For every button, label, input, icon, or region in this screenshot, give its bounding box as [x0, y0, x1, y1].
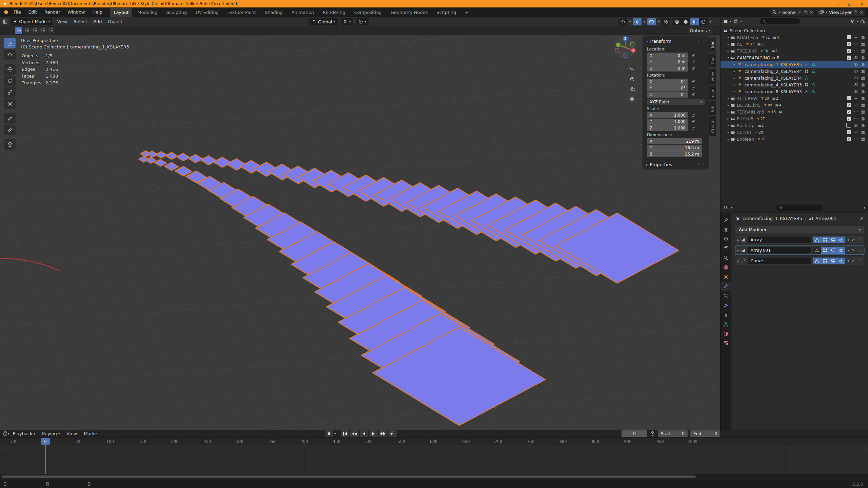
properties-tab-particles[interactable]	[721, 291, 731, 301]
timeline-ruler[interactable]: -505010015020025030035040045050055060065…	[0, 438, 868, 445]
sidebar-tab-item[interactable]: Item	[709, 37, 716, 53]
timeline-menu-marker[interactable]: Marker	[84, 431, 99, 436]
expand-arrow-icon[interactable]: ▸	[726, 110, 731, 114]
viewport-menu-add[interactable]: Add	[93, 19, 102, 24]
outliner-row[interactable]: ▸PHY.kn527✓	[721, 115, 868, 122]
visibility-dropdown[interactable]	[618, 18, 627, 25]
sidebar-tab-view[interactable]: View	[709, 69, 716, 84]
toggle-render-button[interactable]	[837, 237, 845, 243]
scale-x-field[interactable]: X1.000	[647, 112, 688, 118]
include-checkbox[interactable]: ✓	[847, 96, 851, 100]
dimensions-y-field[interactable]: Y16.3 m	[647, 145, 702, 151]
expand-arrow-icon[interactable]: ▸	[726, 124, 731, 127]
modifier-row[interactable]: ▸Curve▾	[735, 257, 864, 265]
toggle-edit-mode-button[interactable]	[813, 247, 821, 254]
stopwatch-icon[interactable]	[650, 431, 655, 436]
timeline-menu-view[interactable]: View	[66, 431, 77, 436]
region-collapse-icon[interactable]: ‹	[865, 446, 867, 450]
eye-closed-icon[interactable]	[853, 35, 858, 40]
tool-measure-button[interactable]	[4, 125, 16, 135]
rotation-mode-dropdown[interactable]: XYZ Euler ▾	[647, 99, 705, 105]
properties-tab-output[interactable]	[721, 234, 731, 244]
frame-end-field[interactable]: End 0	[690, 430, 720, 437]
tool-annotate-button[interactable]	[4, 113, 16, 124]
expand-arrow-icon[interactable]: ▸	[737, 259, 739, 263]
sidebar-tab-edit[interactable]: Edit	[709, 101, 716, 115]
properties-search-input[interactable]	[776, 205, 822, 211]
camera-visibility-icon[interactable]	[861, 69, 865, 74]
outliner-row[interactable]: ▸Boolean15✓	[721, 136, 868, 142]
properties-tab-object[interactable]	[721, 272, 731, 282]
include-checkbox[interactable]: ✓	[847, 103, 851, 107]
properties-tab-texture[interactable]	[721, 339, 731, 348]
extras-dropdown-icon[interactable]: ▾	[847, 238, 849, 242]
playhead[interactable]: 0	[41, 438, 50, 445]
add-workspace-button[interactable]: +	[461, 8, 472, 17]
expand-arrow-icon[interactable]: ▸	[732, 90, 737, 93]
tool-cursor-button[interactable]	[4, 49, 16, 60]
mode-dropdown[interactable]: Object Mode ▾	[11, 18, 52, 25]
expand-arrow-icon[interactable]: ▸	[737, 249, 739, 252]
outliner-row[interactable]: ▸camerafacing_8_KSLAYER3	[721, 88, 868, 95]
tab-geometry-nodes[interactable]: Geometry Nodes	[387, 8, 432, 17]
outliner-row[interactable]: ▸Back-Up2	[721, 122, 868, 129]
modifier-row[interactable]: ▸Array.001▾	[735, 246, 864, 255]
lock-open-icon[interactable]	[691, 66, 695, 70]
lock-open-icon[interactable]	[691, 113, 695, 117]
current-frame-field[interactable]: 0	[622, 430, 647, 437]
remove-icon[interactable]: ✕	[860, 10, 863, 15]
camera-visibility-icon[interactable]	[861, 89, 865, 94]
viewport-menu-view[interactable]: View	[57, 19, 67, 24]
tool-rotate-button[interactable]	[4, 76, 16, 86]
jump-to-end-button[interactable]	[388, 430, 397, 437]
location-x-field[interactable]: X0 m	[647, 53, 688, 59]
pin-icon[interactable]	[797, 10, 802, 15]
location-z-field[interactable]: Z0 m	[647, 65, 688, 72]
next-keyframe-button[interactable]	[379, 430, 387, 437]
lock-open-icon[interactable]	[691, 126, 695, 130]
auto-key-record-button[interactable]	[325, 430, 333, 437]
camera-visibility-icon[interactable]	[861, 123, 865, 128]
tool-scale-button[interactable]	[4, 87, 16, 98]
editor-type-icon[interactable]	[723, 19, 728, 24]
sidebar-tab-osm[interactable]: osm	[709, 85, 716, 100]
camera-visibility-icon[interactable]	[861, 42, 865, 46]
snapping-dropdown[interactable]: ▾	[340, 18, 353, 25]
include-checkbox[interactable]: ✓	[847, 35, 851, 39]
toggle-on-cage-button[interactable]	[821, 247, 829, 254]
camera-visibility-icon[interactable]	[861, 82, 865, 87]
toggle-on-cage-button[interactable]	[821, 258, 829, 264]
tool-move-button[interactable]	[4, 64, 16, 75]
xray-toggle[interactable]	[662, 18, 670, 25]
include-checkbox[interactable]	[846, 123, 851, 128]
location-y-field[interactable]: Y0 m	[647, 59, 688, 65]
camera-visibility-icon[interactable]	[861, 48, 865, 53]
sidebar-tab-create[interactable]: Create	[709, 116, 716, 136]
previous-keyframe-button[interactable]	[350, 430, 359, 437]
collapse-arrow-icon[interactable]: ▾	[646, 40, 648, 43]
camera-visibility-icon[interactable]	[861, 137, 865, 141]
outliner-row[interactable]: ▸camerafacing_3_KSLAYER4	[721, 75, 868, 81]
scale-y-field[interactable]: Y1.000	[647, 119, 688, 125]
lock-open-icon[interactable]	[691, 93, 695, 97]
remove-modifier-icon[interactable]	[851, 248, 855, 252]
ortho-grid-icon[interactable]	[629, 96, 635, 102]
editor-type-icon[interactable]	[723, 205, 728, 210]
expand-arrow-icon[interactable]: ▸	[726, 49, 731, 53]
eye-open-icon[interactable]	[853, 55, 858, 60]
tab-texture-paint[interactable]: Texture Paint	[224, 8, 260, 17]
dimensions-z-field[interactable]: Z15.2 m	[647, 151, 702, 157]
modifier-row[interactable]: ▸Array▾	[735, 236, 864, 244]
expand-arrow-icon[interactable]: ▸	[726, 36, 731, 39]
breadcrumb-object[interactable]: camerafacing_1_KSLAYER5	[743, 216, 802, 221]
viewport-menu-select[interactable]: Select	[74, 19, 87, 24]
options-dropdown[interactable]: Options ▾	[687, 27, 713, 34]
lock-open-icon[interactable]	[691, 86, 695, 90]
drag-dots-icon[interactable]	[857, 248, 862, 252]
filter-icon[interactable]	[850, 19, 854, 24]
camera-visibility-icon[interactable]	[861, 130, 865, 135]
rotation-z-field[interactable]: Z0°	[647, 92, 688, 98]
select-mode-invert-button[interactable]	[39, 27, 47, 34]
menu-window[interactable]: Window	[67, 9, 85, 15]
rotation-x-field[interactable]: X0°	[647, 79, 688, 85]
